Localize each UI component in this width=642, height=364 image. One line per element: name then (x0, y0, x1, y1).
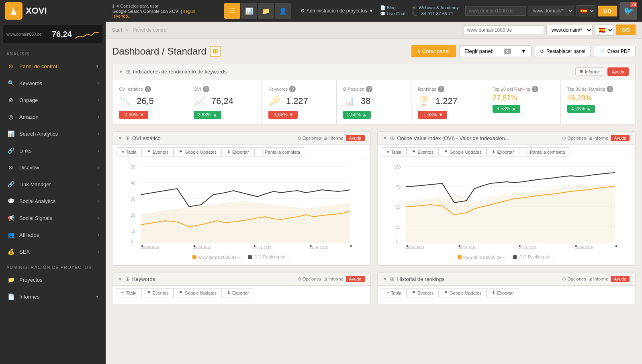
create-pdf-btn[interactable]: 📄 Crear PDF (594, 46, 636, 57)
domain-search-input[interactable] (465, 6, 525, 16)
sidebar-item-informes[interactable]: 📄 Informes ▼ (0, 288, 106, 305)
livechat-link[interactable]: 💬 Live Chat (380, 11, 406, 16)
afiliados-icon: 👥 (6, 230, 15, 239)
tab-tabla[interactable]: ≡ Tabla (117, 288, 142, 297)
tab-google-updates[interactable]: ⚑ Google Updates (174, 288, 222, 297)
sub-search-input[interactable] (464, 25, 544, 35)
kpi-header-title: ⊞ Indicadores de rendimiento de keywords (126, 69, 575, 75)
nav-stats-btn[interactable]: 📊 (241, 3, 257, 19)
flag-select[interactable]: 🇪🇸 (577, 5, 595, 16)
nav-dashboard-btn[interactable]: ☰ (224, 3, 240, 19)
webinar-link[interactable]: 🎓 Webinar & Academy (412, 5, 459, 10)
tab-google-updates[interactable]: ⚑ Google Updates (174, 147, 222, 157)
nav-folder-btn[interactable]: 📁 (258, 3, 274, 19)
sub-domain-select[interactable]: www.domain/* (546, 25, 593, 35)
tab-exportar[interactable]: ⬇ Exportar (222, 288, 254, 297)
tab-eventos[interactable]: ⚑ Eventos (142, 147, 174, 157)
kpi-header-actions: ⊞ Informe Ayuda (575, 67, 629, 76)
tab-tabla[interactable]: ≡ Tabla (117, 147, 142, 157)
logo-icon (5, 2, 22, 20)
chart-options-btn[interactable]: ⚙ Opciones (297, 276, 321, 282)
kpi-help-btn[interactable]: Ayuda (607, 67, 629, 76)
sidebar-item-social-analytics[interactable]: 💬 Social Analytics › (0, 193, 106, 209)
chart-help-btn[interactable]: Ayuda (346, 276, 365, 282)
tab-exportar[interactable]: ⬇ Exportar (222, 147, 254, 157)
breadcrumb-start[interactable]: Start (112, 27, 122, 33)
chevron-icon: › (98, 182, 99, 187)
sidebar-item-keywords[interactable]: 🔍 Keywords › (0, 75, 106, 92)
restore-panel-btn[interactable]: ↺ Restablecer panel (535, 46, 591, 57)
tab-google-updates[interactable]: ⚑ Google Updates (439, 147, 487, 157)
kpi-info-icon[interactable]: ? (145, 86, 151, 92)
kpi-info-icon[interactable]: ? (366, 86, 372, 92)
choose-panel-btn[interactable]: Elegir panel: 4 ▼ (459, 45, 532, 57)
kpi-info-icon[interactable]: ? (607, 86, 613, 92)
page-title-row: Dashboard / Standard ⊞ ℹ Crear panel Ele… (112, 45, 636, 57)
sidebar-item-amazon[interactable]: ◎ Amazon › (0, 108, 106, 125)
svg-text:04.01.2015: 04.01.2015 (518, 246, 536, 250)
user-notification-badge: 29 (630, 2, 637, 7)
tab-eventos[interactable]: ⚑ Eventos (142, 288, 174, 297)
sidebar-item-disavow[interactable]: ⊗ Disavow › (0, 159, 106, 176)
sidebar-item-panel-control[interactable]: ⊙ Panel de control ▼ (0, 58, 106, 75)
sidebar-item-social-signals[interactable]: 📢 Social Signals › (0, 209, 106, 226)
tab-tabla[interactable]: ≡ Tabla (382, 147, 407, 157)
domain-select[interactable]: www.domain/* (528, 6, 574, 16)
chart-help-btn[interactable]: Ayuda (611, 276, 630, 282)
chart-options-btn[interactable]: ⚙ Opciones (562, 276, 586, 282)
kpi-info-icon[interactable]: ? (289, 86, 296, 92)
tab-tabla[interactable]: ≡ Tabla (382, 288, 407, 297)
project-btn[interactable]: ⚙ Administración de proyectos ▼ (301, 8, 374, 14)
go-button[interactable]: GO (598, 6, 617, 16)
chart-report-btn[interactable]: ⊞ Informe (589, 135, 608, 141)
kpi-label-text: OVI (194, 87, 201, 92)
sidebar-item-proyectos[interactable]: 📁 Proyectos (0, 271, 106, 288)
chart-collapse-arrow[interactable]: ▼ (118, 277, 122, 281)
sidebar-item-onpage[interactable]: ⊘ Onpage › (0, 92, 106, 108)
pdf-icon: 📄 (599, 49, 605, 54)
phone-link[interactable]: 📞 +34 911 87 65 71 (412, 11, 459, 16)
chart-report-btn[interactable]: ⊞ Informe (323, 276, 343, 282)
user-avatar[interactable]: 🐦 29 (620, 2, 637, 20)
kpi-label-text: Top 30 del Ranking (567, 87, 605, 92)
tab-pantalla[interactable]: ⬚ Pantalla completa (254, 147, 305, 157)
nav-users-btn[interactable]: 👤 (275, 3, 291, 19)
kpi-info-icon[interactable]: ? (203, 86, 209, 92)
tab-pantalla[interactable]: ⬚ Pantalla completa (519, 147, 570, 157)
svg-text:100: 100 (394, 165, 401, 169)
chart-options-btn[interactable]: ⚙ Opciones (562, 135, 586, 141)
tab-eventos[interactable]: ⚑ Eventos (407, 288, 439, 297)
kpi-label: Top 30 del Ranking ? (567, 86, 629, 92)
sidebar-item-label: Search Analytics (19, 131, 58, 137)
sub-flag-select[interactable]: 🇪🇸 (595, 24, 614, 36)
sidebar-item-search-analytics[interactable]: 📊 Search Analytics › (0, 125, 106, 142)
chart-collapse-arrow[interactable]: ▼ (383, 277, 387, 281)
chart-help-btn[interactable]: Ayuda (611, 135, 630, 141)
sub-go-button[interactable]: GO (616, 24, 636, 35)
kpi-info-icon[interactable]: ? (438, 86, 444, 92)
chart-collapse-arrow[interactable]: ▼ (383, 136, 387, 140)
chart-report-btn[interactable]: ⊞ Informe (589, 276, 608, 282)
tab-google-updates[interactable]: ⚑ Google Updates (439, 288, 487, 297)
kpi-report-btn[interactable]: ⊞ Informe (575, 67, 604, 76)
sidebar-item-links[interactable]: 🔗 Links › (0, 142, 106, 159)
kpi-info-icon[interactable]: ? (532, 86, 538, 92)
tab-exportar[interactable]: ⬇ Exportar (487, 288, 519, 297)
kpi-collapse-arrow[interactable]: ▼ (119, 69, 123, 74)
chart-report-btn[interactable]: ⊞ Informe (323, 135, 343, 141)
create-panel-btn[interactable]: ℹ Crear panel (411, 45, 456, 57)
svg-text:40: 40 (131, 181, 136, 185)
tab-exportar[interactable]: ⬇ Exportar (487, 147, 519, 157)
sidebar-item-sea[interactable]: 💰 SEA › (0, 243, 106, 260)
sidebar-item-afiliados[interactable]: 👥 Afiliados › (0, 226, 106, 243)
sidebar-item-link-manager[interactable]: 🔗 Link Manager › (0, 176, 106, 193)
tab-eventos[interactable]: ⚑ Eventos (407, 147, 439, 157)
kpi-value: 🔑 1.227 (268, 94, 330, 108)
blog-link[interactable]: 📄 Blog (380, 5, 406, 10)
kpi-label: OVI ? (194, 86, 255, 92)
report-icon: ⊞ (580, 69, 583, 74)
chart-options-btn[interactable]: ⚙ Opciones (297, 135, 321, 141)
chart-help-btn[interactable]: Ayuda (346, 135, 365, 141)
chart-collapse-arrow[interactable]: ▼ (118, 136, 122, 140)
svg-text:50: 50 (396, 205, 401, 209)
